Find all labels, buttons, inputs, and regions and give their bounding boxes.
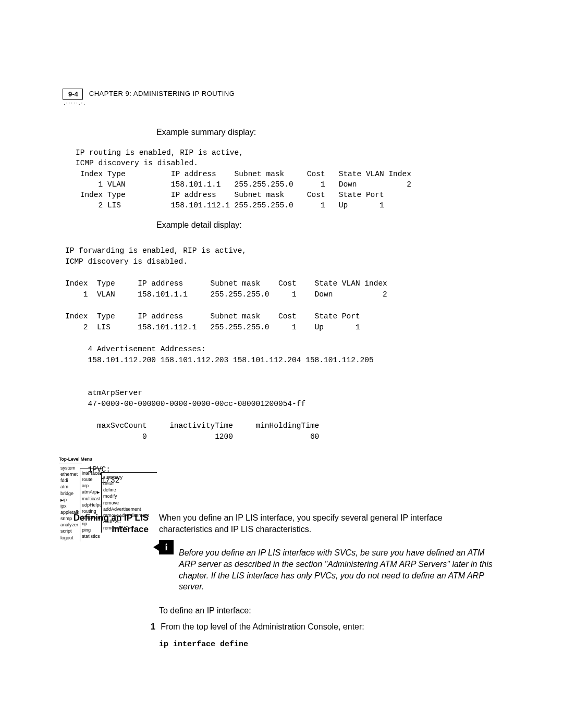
menu-item: script <box>60 528 80 534</box>
menu-col-3: summary detail define modify remove addA… <box>101 472 157 533</box>
menu-item: ethernet <box>60 471 80 477</box>
chapter-title: CHAPTER 9: ADMINISTERING IP ROUTING <box>89 89 235 97</box>
info-icon: i <box>159 540 174 554</box>
menu-item: rip <box>82 521 102 527</box>
step-1: 1 From the top level of the Administrati… <box>159 621 495 633</box>
menu-item: addAdvertisement <box>103 506 155 512</box>
top-level-menu-diagram: Top-Level Menu system ethernet fddi atm … <box>59 456 155 542</box>
header-dots-icon: .·····.·. <box>64 100 86 106</box>
menu-item: route <box>82 476 102 483</box>
menu-item: multicast <box>82 496 102 502</box>
menu-item: modify <box>103 493 155 499</box>
menu-item: system <box>60 465 80 471</box>
page-number: 9-4 <box>63 89 83 100</box>
menu-item: snmp <box>60 515 80 522</box>
menu-item: ping <box>82 527 102 533</box>
summary-caption: Example summary display: <box>156 128 490 137</box>
summary-display: IP routing is enabled, RIP is active, IC… <box>76 147 490 211</box>
step-number: 1 <box>151 622 155 631</box>
menu-item: arp <box>82 483 102 489</box>
menu-title: Top-Level Menu <box>59 456 155 462</box>
menu-item: removeAdvertisement <box>103 512 155 519</box>
menu-item: remove <box>103 500 155 506</box>
triangle-icon: ▶ <box>97 490 100 494</box>
step-command: ip interface define <box>159 640 248 649</box>
menu-item: logout <box>60 535 80 541</box>
chapter-title-text: CHAPTER 9: ADMINISTERING IP ROUTING <box>89 90 235 97</box>
page-header: 9-4 CHAPTER 9: ADMINISTERING IP ROUTING <box>63 89 235 100</box>
menu-item: appletalk <box>60 509 80 515</box>
section-para1: When you define an IP LIS interface, you… <box>159 512 495 535</box>
menu-item: udpHelper <box>82 502 102 508</box>
menu-item: define <box>103 487 155 493</box>
menu-item: fddi <box>60 477 80 484</box>
menu-item: summary <box>103 474 155 480</box>
note-paragraph: Before you define an IP LIS interface wi… <box>179 547 495 592</box>
step-text: From the top level of the Administration… <box>161 622 364 631</box>
menu-item: removePVC <box>103 525 155 531</box>
page-number-text: 9-4 <box>68 90 78 98</box>
menu-item: statistics <box>82 533 102 539</box>
menu-item: ipx <box>60 503 80 509</box>
menu-item: atm <box>60 484 80 490</box>
menu-item: bridge <box>60 490 80 497</box>
menu-item: interface▶ <box>82 470 102 476</box>
menu-item: atmArp▶ <box>82 489 102 495</box>
menu-item: addPVC <box>103 519 155 525</box>
menu-item: routing <box>82 508 102 514</box>
detail-display: IP forwarding is enabled, RIP is active,… <box>65 245 490 486</box>
menu-item: icmpRouter <box>82 514 102 521</box>
menu-col-1: system ethernet fddi atm bridge ▶ip ipx … <box>59 463 82 542</box>
menu-item: analyzer <box>60 522 80 528</box>
menu-item: ▶ip <box>60 497 80 503</box>
section-intro-paragraph: When you define an IP LIS interface, you… <box>159 512 495 535</box>
define-intro: To define an IP interface: <box>159 605 495 616</box>
menu-col-2: interface▶ route arp atmArp▶ multicast u… <box>80 468 103 541</box>
menu-item: detail <box>103 480 155 487</box>
detail-caption: Example detail display: <box>156 220 490 230</box>
